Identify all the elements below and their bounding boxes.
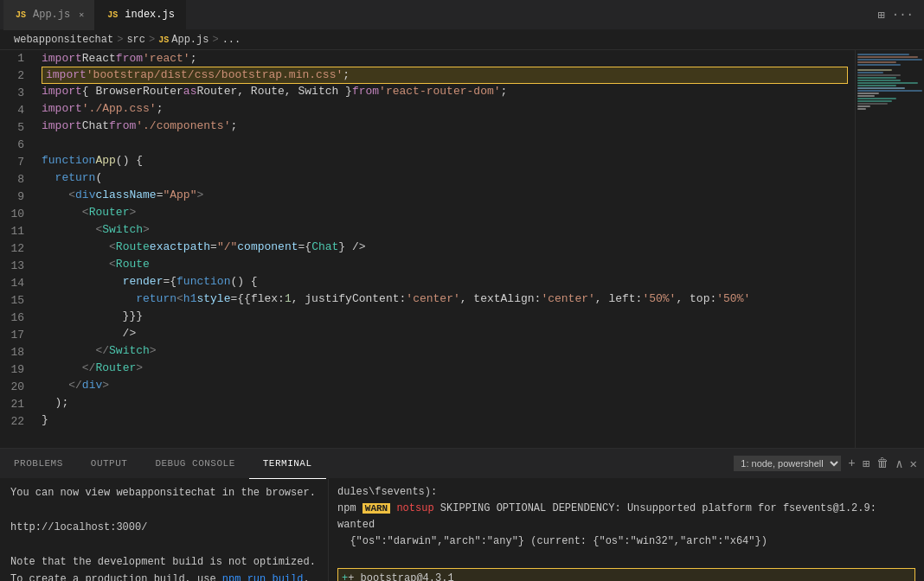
code-line-12: <Route exact path="/" component={Chat} /… [42,239,848,256]
terminal-line-2 [10,501,318,519]
breadcrumb-file: JSApp.js [158,34,209,46]
terminal-highlight-block: ++ bootstrap@4.3.1 added 1 package from … [337,568,915,581]
terminal-right: dules\fsevents): npm WARN notsup SKIPPIN… [329,479,924,581]
terminal-right-line1: dules\fsevents): [337,484,915,501]
line-numbers: 12345 678910 1112131415 1617181920 2122 [0,50,35,448]
terminal-line-1: You can now view webapponsitechat in the… [10,484,318,501]
tab-app-js-label: App.js [33,9,70,21]
close-panel-btn[interactable]: ✕ [910,456,917,471]
terminal-body: You can now view webapponsitechat in the… [0,479,924,581]
code-line-20: </div> [42,377,848,394]
tab-problems[interactable]: PROBLEMS [0,449,77,479]
code-line-5: import Chat from './components'; [42,118,848,135]
code-line-7: function App() { [42,152,848,169]
code-line-21: ); [42,394,848,412]
tab-output[interactable]: OUTPUT [77,449,142,479]
breadcrumb: webapponsitechat > src > JSApp.js > ... [0,30,924,50]
terminal-note: Note that the development build is not o… [10,553,318,571]
panel: PROBLEMS OUTPUT DEBUG CONSOLE TERMINAL 1… [0,448,924,581]
terminal-selector[interactable]: 1: node, powershell [734,456,841,471]
terminal-build-hint: To create a production build, use npm ru… [10,571,318,581]
terminal-localhost: http://localhost:3000/ [10,519,318,536]
more-actions-btn[interactable]: ··· [892,8,914,22]
code-line-4: import './App.css'; [42,100,848,118]
code-line-1: import React from 'react'; [42,50,848,67]
tab-terminal[interactable]: TERMINAL [249,449,326,479]
split-editor-btn[interactable]: ⊞ [877,8,884,22]
code-line-15: return <h1 style={{ flex: 1, justifyCont… [42,290,848,308]
panel-controls: 1: node, powershell + ⊞ 🗑 ∧ ✕ [734,456,924,471]
breadcrumb-root: webapponsitechat [14,34,113,46]
terminal-left: You can now view webapponsitechat in the… [0,479,329,581]
add-terminal-btn[interactable]: + [848,456,855,470]
terminal-right-line4 [337,550,915,566]
code-line-11: <Switch> [42,221,848,239]
delete-terminal-btn[interactable]: 🗑 [876,456,889,470]
warn-badge: WARN [363,503,390,514]
code-line-2: import 'bootstrap/dist/css/bootstrap.min… [42,67,848,84]
breadcrumb-src: src [126,34,145,46]
js-icon-appjs: JS [14,10,28,21]
code-line-10: <Router> [42,204,848,221]
title-bar: JS App.js ✕ JS index.js ⊞ ··· [0,0,924,30]
tab-app-js-close[interactable]: ✕ [79,10,84,20]
js-icon-indexjs: JS [106,10,119,21]
code-line-19: </Router> [42,360,848,377]
code-line-17: /> [42,325,848,342]
code-line-6 [42,135,848,152]
split-terminal-btn[interactable]: ⊞ [863,456,869,471]
minimap [855,50,924,448]
panel-tabs: PROBLEMS OUTPUT DEBUG CONSOLE TERMINAL 1… [0,449,924,479]
tab-index-js[interactable]: JS index.js [95,0,186,30]
code-line-16: }}} [42,308,848,325]
breadcrumb-symbol: ... [222,34,241,46]
code-line-3: import { BrowserRouter as Router, Route,… [42,83,848,100]
title-bar-controls: ⊞ ··· [877,8,921,22]
editor-area: 12345 678910 1112131415 1617181920 2122 … [0,50,924,448]
tab-index-js-label: index.js [125,9,175,21]
terminal-bootstrap-line: ++ bootstrap@4.3.1 [342,571,911,581]
terminal-right-line2: npm WARN notsup SKIPPING OPTIONAL DEPEND… [337,501,915,533]
terminal-right-line3: {"os":"darwin","arch":"any"} (current: {… [337,533,915,550]
tab-debug-console[interactable]: DEBUG CONSOLE [141,449,248,479]
tab-app-js[interactable]: JS App.js ✕ [3,0,95,30]
code-line-14: render={function () { [42,273,848,290]
code-line-22: } [42,412,848,429]
code-line-8: return ( [42,169,848,187]
code-content: import React from 'react'; import 'boots… [35,50,855,448]
code-line-18: </Switch> [42,342,848,360]
code-line-9: <div className="App"> [42,187,848,204]
maximize-panel-btn[interactable]: ∧ [895,456,902,471]
terminal-line-4 [10,536,318,553]
code-line-13: <Route [42,256,848,273]
code-editor[interactable]: 12345 678910 1112131415 1617181920 2122 … [0,50,855,448]
